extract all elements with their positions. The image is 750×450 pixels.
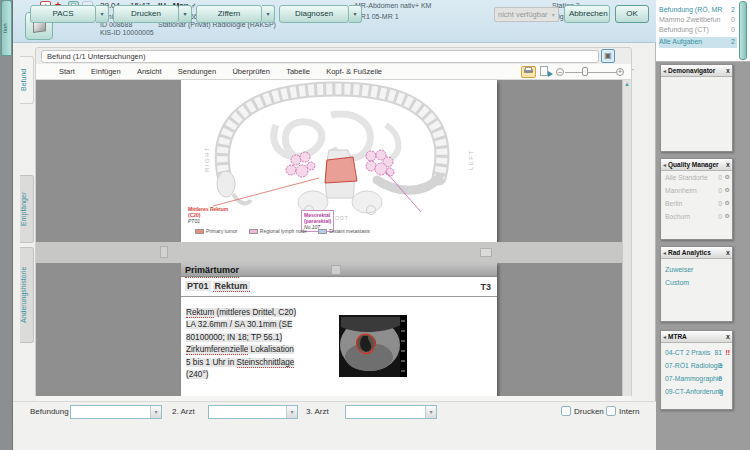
gap-handle-left[interactable]: [160, 246, 168, 258]
collapsed-panel-tab[interactable]: tion: [1, 0, 12, 56]
task-alle-aufgaben[interactable]: Alle Aufgaben2: [659, 37, 737, 48]
collapse-icon[interactable]: ◂: [663, 68, 666, 74]
drucken-checkbox[interactable]: [561, 406, 571, 416]
zoom-in-button[interactable]: +: [616, 68, 624, 76]
panel-rad-analytics-header[interactable]: ◂Rad Analytics x: [661, 247, 732, 259]
pacs-dropdown[interactable]: ▾: [96, 5, 109, 23]
colon-diagram: RIGHT LEFT FOOT: [181, 80, 497, 242]
tab-empfaenger[interactable]: Empfänger: [20, 175, 34, 243]
collapse-icon[interactable]: ◂: [663, 250, 666, 256]
zoom-slider: – + ˇ: [556, 66, 626, 78]
gear-icon: ⚙: [725, 197, 730, 210]
collapse-icon[interactable]: ◂: [663, 334, 666, 340]
menu-einfuegen[interactable]: Einfügen: [84, 64, 128, 76]
task-befundung-ct[interactable]: Befundung (CT)0: [659, 25, 737, 35]
scroll-up-icon[interactable]: ▲: [623, 80, 631, 88]
menu-ueberpruefen[interactable]: Überprüfen: [225, 64, 277, 76]
gear-icon: ⚙: [725, 184, 730, 197]
gap-handle[interactable]: [480, 248, 492, 257]
close-icon[interactable]: x: [726, 331, 730, 342]
link-custom[interactable]: Custom: [661, 276, 732, 289]
drucken-button[interactable]: Drucken: [113, 5, 179, 23]
panel-quality-manager: ◂Quality Manager x Alle Standorte0⚙ Mann…: [660, 158, 733, 240]
menu-ansicht[interactable]: Ansicht: [130, 64, 169, 76]
panel-rad-analytics: ◂Rad Analytics x Zuweiser Custom: [660, 246, 733, 322]
mtra-item-09-ct-anforderung[interactable]: 09-CT-Anforderung0: [661, 385, 732, 398]
ziffern-dropdown[interactable]: ▾: [262, 5, 275, 23]
page-gap: [36, 242, 622, 263]
tumor-organ[interactable]: Rektum: [213, 281, 250, 292]
dropdown-icon[interactable]: ▾: [286, 406, 297, 418]
task-mammo-zweitbefund[interactable]: Mammo Zweitbefun0: [659, 15, 737, 25]
export-button[interactable]: [540, 66, 553, 78]
pacs-button[interactable]: PACS: [30, 5, 96, 23]
worklist-filters: Befundung (RÖ, MR2 Mammo Zweitbefun0 Bef…: [656, 0, 750, 62]
ziffern-button[interactable]: Ziffern: [196, 5, 262, 23]
qm-item-mannheim[interactable]: Mannheim0⚙: [661, 184, 732, 197]
panel-mtra-header[interactable]: ◂MTRA x: [661, 331, 732, 343]
panel-quality-manager-header[interactable]: ◂Quality Manager x: [661, 159, 732, 171]
close-icon[interactable]: x: [726, 159, 730, 170]
qm-item-berlin[interactable]: Berlin0⚙: [661, 197, 732, 210]
intern-checkbox[interactable]: [606, 406, 616, 416]
section-handle[interactable]: [331, 265, 341, 275]
print-preview-button[interactable]: [521, 66, 536, 78]
intern-checkbox-label: Intern: [619, 407, 639, 416]
tumor-code[interactable]: PT01: [185, 281, 211, 291]
lymph-node-cluster-right[interactable]: [366, 150, 394, 176]
arzt2-combo[interactable]: ▾: [208, 405, 298, 419]
nicht-verfuegbar-combo: nicht verfügbar▾: [494, 7, 559, 22]
tumor-stage: T3: [480, 282, 491, 292]
close-icon[interactable]: x: [726, 65, 730, 76]
tab-befund[interactable]: Befund: [20, 56, 34, 104]
qm-item-alle-standorte[interactable]: Alle Standorte0⚙: [661, 171, 732, 184]
mri-thumbnail[interactable]: [339, 315, 407, 377]
menu-kopf-fusszeile[interactable]: Kopf- & Fußzeile: [319, 64, 389, 76]
mtra-item-07-mammo[interactable]: 07-Mammographie0: [661, 372, 732, 385]
dropdown-icon[interactable]: ▾: [425, 406, 436, 418]
window-restore-button[interactable]: ▣: [601, 49, 615, 63]
right-sidebar: Befundung (RÖ, MR2 Mammo Zweitbefun0 Bef…: [656, 0, 750, 450]
primary-tumor-region[interactable]: [325, 157, 357, 183]
panel-demonavigator: ◂Demonavigator x: [660, 64, 733, 152]
legend-swatch-lymph-node: [249, 229, 258, 234]
abbrechen-button[interactable]: Abbrechen: [564, 5, 610, 23]
tab-aenderungshistorie[interactable]: Änderungshistorie: [20, 247, 34, 343]
diagnosen-dropdown[interactable]: ▾: [349, 5, 362, 23]
study-name: MR-Abdomen nativ+ KM: [355, 1, 431, 10]
toolbar-collapse-chevron[interactable]: ˇ: [632, 68, 634, 75]
ok-button[interactable]: OK: [615, 5, 649, 23]
document-scrollbar[interactable]: ▲: [622, 80, 631, 396]
arzt2-label: 2. Arzt: [172, 407, 195, 416]
diagnosen-button[interactable]: Diagnosen: [279, 5, 349, 23]
dropdown-icon[interactable]: ▾: [150, 406, 161, 418]
menu-sendungen[interactable]: Sendungen: [171, 64, 223, 76]
close-icon[interactable]: x: [726, 247, 730, 258]
panel-demonavigator-header[interactable]: ◂Demonavigator x: [661, 65, 732, 77]
orientation-left-label: LEFT: [468, 149, 474, 170]
befundung-combo[interactable]: ▾: [70, 405, 162, 419]
report-body[interactable]: Rektum (mittleres Drittel, C20) LA 32.6m…: [186, 307, 338, 381]
tumor-row: PT01Rektum T3: [181, 281, 497, 297]
diagram-legend: Primary tumor Regional lymph node Distan…: [195, 228, 485, 234]
menu-tabelle[interactable]: Tabelle: [279, 64, 317, 76]
zoom-track[interactable]: [565, 72, 616, 73]
document-page-report: Primärtumor PT01Rektum T3 Rektum (mittle…: [181, 263, 497, 397]
worklist-scrollbar[interactable]: [739, 1, 747, 60]
mtra-item-07-roe1[interactable]: 07-RÖ1 Radiologie3: [661, 359, 732, 372]
menu-start[interactable]: Start: [52, 64, 82, 76]
arzt3-combo[interactable]: ▾: [345, 405, 437, 419]
alert-icon: !!: [725, 346, 730, 359]
task-befundung-roe-mr[interactable]: Befundung (RÖ, MR2: [659, 5, 737, 15]
link-zuweiser[interactable]: Zuweiser: [661, 263, 732, 276]
editor-title-bar: Befund (1/1 Untersuchungen): [41, 50, 599, 63]
mtra-item-04-ct2[interactable]: 04-CT 2 Praxis81!!: [661, 346, 732, 359]
zoom-out-button[interactable]: –: [556, 68, 564, 76]
befundung-label: Befundung: [30, 407, 69, 416]
zoom-handle[interactable]: [582, 67, 588, 76]
gear-icon: ⚙: [725, 171, 730, 184]
qm-item-bochum[interactable]: Bochum0⚙: [661, 210, 732, 223]
collapse-icon[interactable]: ◂: [663, 162, 666, 168]
document-page-diagram: RIGHT LEFT FOOT Mittleres Rektum (C20) P…: [181, 80, 497, 242]
drucken-dropdown[interactable]: ▾: [179, 5, 192, 23]
